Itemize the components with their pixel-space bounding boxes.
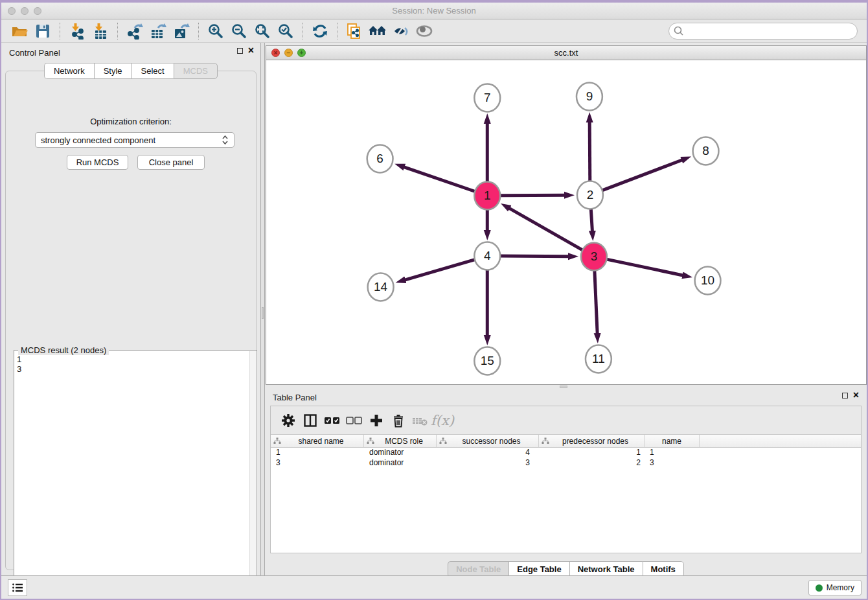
folder-open-icon (11, 23, 28, 40)
mcds-panel-body: Optimization criterion: strongly connect… (5, 71, 257, 570)
graph-edge-2-8[interactable] (602, 159, 683, 190)
gear-icon (281, 413, 295, 428)
table-frame: f(x) shared name MCDS role (270, 406, 862, 553)
homes-icon (368, 23, 387, 40)
import-table-button[interactable] (91, 21, 110, 41)
run-mcds-button[interactable]: Run MCDS (67, 155, 128, 170)
mcds-result-text[interactable]: 1 3 (17, 354, 247, 593)
float-panel-icon[interactable] (842, 393, 848, 398)
network-window-title: scc.txt (266, 48, 866, 58)
refresh-icon (312, 23, 328, 40)
column-header-name[interactable]: name (645, 435, 700, 447)
column-header-predecessor-nodes[interactable]: predecessor nodes (539, 435, 645, 447)
table-header-row: shared name MCDS role successor nodes (271, 435, 861, 448)
zoom-fit-button[interactable] (253, 21, 272, 41)
list-icon (12, 583, 23, 593)
hierarchy-icon (439, 437, 447, 444)
add-row-button[interactable] (365, 410, 387, 431)
close-panel-button[interactable]: Close panel (137, 155, 205, 170)
first-neighbors-button[interactable] (368, 21, 387, 41)
vertical-splitter[interactable] (260, 43, 265, 575)
toolbar-separator (303, 23, 303, 40)
memory-button[interactable]: Memory (808, 580, 862, 595)
refresh-view-button[interactable] (310, 21, 330, 41)
memory-label: Memory (827, 583, 854, 592)
graph-edge-4-14[interactable] (404, 260, 475, 281)
graph-edge-3-1[interactable] (508, 208, 582, 250)
tab-style[interactable]: Style (94, 63, 131, 79)
show-all-button[interactable] (415, 21, 434, 41)
table-row[interactable]: 3dominator323 (271, 458, 861, 468)
control-panel-tabs: Network Style Select MCDS (1, 63, 260, 79)
function-builder-button[interactable]: f(x) (431, 410, 453, 431)
delete-table-button[interactable] (409, 410, 431, 431)
task-history-button[interactable] (8, 579, 27, 596)
table-row[interactable]: 1dominator411 (271, 448, 861, 458)
hierarchy-icon (273, 437, 281, 444)
table-settings-button[interactable] (277, 410, 299, 431)
graph-edge-4-3[interactable] (500, 256, 569, 257)
graph-edge-1-6[interactable] (403, 167, 475, 191)
hierarchy-icon (367, 437, 374, 444)
graph-edge-2-9[interactable] (589, 121, 590, 182)
clone-network-icon (346, 23, 363, 40)
float-panel-icon[interactable] (237, 48, 243, 54)
close-panel-icon[interactable]: × (248, 47, 254, 54)
delete-row-button[interactable] (387, 410, 409, 431)
hide-selected-button[interactable] (391, 21, 411, 41)
zoom-in-button[interactable] (206, 21, 225, 41)
zoom-out-icon (231, 23, 247, 40)
graph-edge-3-11[interactable] (595, 270, 597, 334)
zoom-out-button[interactable] (229, 21, 249, 41)
zoom-selected-button[interactable] (276, 21, 295, 41)
graph-node-label: 14 (374, 280, 387, 294)
splitter-grip[interactable] (262, 307, 264, 319)
columns-icon (303, 413, 317, 428)
export-network-button[interactable] (125, 21, 144, 41)
plus-icon (369, 413, 383, 428)
search-icon (674, 26, 684, 36)
tab-select[interactable]: Select (131, 63, 174, 79)
search-input[interactable] (668, 23, 858, 40)
graph-edge-1-2[interactable] (500, 195, 565, 196)
table-cell: 1 (271, 448, 364, 458)
main-toolbar (1, 19, 867, 43)
tab-mcds[interactable]: MCDS (174, 63, 218, 79)
zoom-in-icon (207, 23, 224, 40)
trash-icon (391, 413, 405, 428)
result-scrollbar[interactable] (249, 351, 256, 595)
export-image-button[interactable] (172, 21, 191, 41)
table-cell: 3 (271, 458, 364, 468)
graph-node-label: 3 (591, 249, 598, 263)
graph-edge-3-10[interactable] (606, 259, 683, 275)
mcds-result-title: MCDS result (2 nodes) (18, 345, 109, 355)
graph-node-label: 4 (484, 249, 491, 262)
select-all-rows-button[interactable] (321, 410, 343, 431)
column-header-mcds-role[interactable]: MCDS role (364, 435, 437, 447)
export-table-button[interactable] (148, 21, 168, 41)
table-panel-title: Table Panel (273, 393, 317, 402)
open-session-button[interactable] (10, 21, 29, 41)
window-title: Session: New Session (1, 6, 867, 16)
toolbar-separator (198, 23, 199, 40)
column-header-shared-name[interactable]: shared name (271, 435, 364, 447)
clone-network-button[interactable] (345, 21, 364, 41)
show-columns-button[interactable] (299, 410, 321, 431)
deselect-all-rows-button[interactable] (343, 410, 365, 431)
graph-edge-2-3[interactable] (591, 208, 592, 232)
table-cell: 3 (645, 458, 700, 468)
network-view-window: × − + scc.txt 7968124314101511 (266, 45, 867, 385)
graph-node-label: 7 (484, 91, 491, 104)
save-session-button[interactable] (33, 21, 52, 41)
splitter-grip[interactable] (560, 386, 567, 388)
zoom-fit-icon (254, 23, 271, 40)
network-canvas[interactable]: 7968124314101511 (266, 60, 866, 384)
criterion-dropdown[interactable]: strongly connected component (35, 132, 234, 148)
table-cell: 3 (437, 458, 539, 468)
close-panel-icon[interactable]: × (853, 391, 859, 399)
toolbar-separator (60, 23, 60, 40)
hierarchy-icon (542, 437, 549, 444)
tab-network[interactable]: Network (44, 63, 94, 79)
column-header-successor-nodes[interactable]: successor nodes (437, 435, 539, 447)
import-network-button[interactable] (67, 21, 87, 41)
